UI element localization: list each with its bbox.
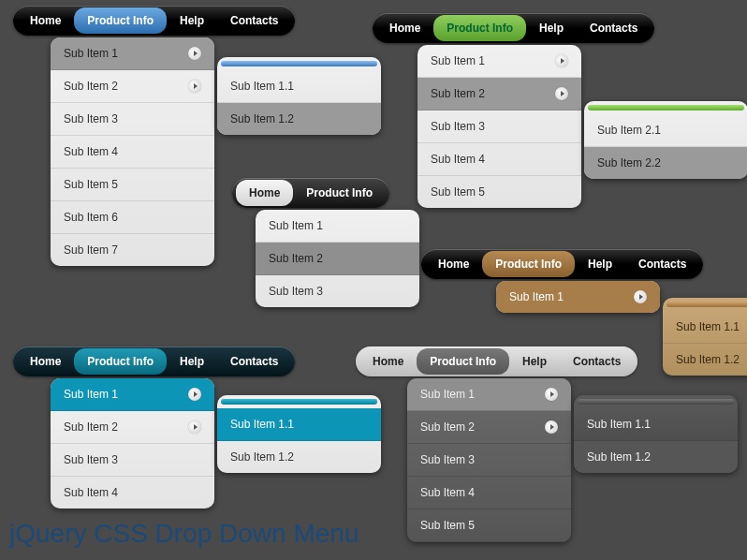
menubar-green: Home Product Info Help Contacts	[373, 13, 654, 43]
submenu-handle	[588, 105, 744, 111]
submenu-item[interactable]: Sub Item 1.2	[574, 441, 738, 473]
dropdown-item[interactable]: Sub Item 4	[51, 477, 214, 508]
dropdown-item[interactable]: Sub Item 5	[417, 176, 581, 208]
dropdown-item[interactable]: Sub Item 3	[51, 103, 214, 136]
nav-contacts[interactable]: Contacts	[625, 251, 699, 277]
submenu-item[interactable]: Sub Item 1.1	[217, 70, 381, 103]
nav-product-info[interactable]: Product Info	[74, 7, 167, 34]
nav-help[interactable]: Help	[167, 7, 217, 34]
dropdown-item[interactable]: Sub Item 1	[51, 37, 214, 70]
dropdown-item[interactable]: Sub Item 5	[51, 169, 214, 201]
dropdown-green: Sub Item 1 Sub Item 2 Sub Item 3 Sub Ite…	[417, 45, 581, 208]
nav-product-info[interactable]: Product Info	[293, 180, 386, 206]
nav-home[interactable]: Home	[425, 251, 482, 277]
dropdown-teal: Sub Item 1 Sub Item 2 Sub Item 3 Sub Ite…	[51, 378, 214, 508]
nav-contacts[interactable]: Contacts	[560, 348, 634, 375]
submenu-item[interactable]: Sub Item 1.2	[217, 441, 381, 473]
dropdown-item[interactable]: Sub Item 3	[407, 444, 571, 477]
nav-home[interactable]: Home	[376, 15, 433, 41]
menubar-teal: Home Product Info Help Contacts	[13, 346, 295, 376]
nav-help[interactable]: Help	[575, 251, 625, 277]
arrow-icon	[555, 54, 568, 67]
arrow-icon	[545, 388, 558, 401]
dropdown-item[interactable]: Sub Item 2	[417, 78, 581, 111]
nav-contacts[interactable]: Contacts	[577, 15, 651, 41]
submenu-blue: Sub Item 1.1 Sub Item 1.2	[217, 57, 381, 135]
dropdown-item[interactable]: Sub Item 5	[407, 509, 571, 542]
submenu-item[interactable]: Sub Item 1.1	[663, 311, 747, 344]
menubar-white: Home Product Info	[232, 178, 389, 208]
menubar-blue: Home Product Info Help Contacts	[13, 6, 295, 36]
dropdown-blue: Sub Item 1 Sub Item 2 Sub Item 3 Sub Ite…	[51, 37, 214, 266]
arrow-icon	[634, 290, 647, 303]
submenu-item[interactable]: Sub Item 1.1	[217, 408, 381, 441]
menubar-grey: Home Product Info Help Contacts	[356, 346, 637, 376]
dropdown-item[interactable]: Sub Item 7	[51, 234, 214, 266]
dropdown-item[interactable]: Sub Item 4	[417, 143, 581, 176]
nav-product-info[interactable]: Product Info	[433, 15, 526, 41]
menubar-brown: Home Product Info Help Contacts	[421, 249, 703, 279]
submenu-handle	[221, 399, 377, 405]
submenu-item[interactable]: Sub Item 1.2	[663, 344, 747, 376]
dropdown-item[interactable]: Sub Item 2	[51, 70, 214, 103]
footer-title: jQuery CSS Drop Down Menu	[9, 519, 359, 549]
dropdown-item[interactable]: Sub Item 1	[256, 210, 419, 243]
dropdown-grey: Sub Item 1 Sub Item 2 Sub Item 3 Sub Ite…	[407, 378, 571, 542]
submenu-item[interactable]: Sub Item 1.2	[217, 103, 381, 135]
submenu-green: Sub Item 2.1 Sub Item 2.2	[584, 101, 747, 179]
dropdown-item[interactable]: Sub Item 1	[51, 378, 214, 411]
nav-contacts[interactable]: Contacts	[217, 7, 291, 34]
dropdown-item[interactable]: Sub Item 1	[407, 378, 571, 411]
dropdown-item[interactable]: Sub Item 6	[51, 201, 214, 234]
nav-contacts[interactable]: Contacts	[217, 348, 291, 375]
nav-home[interactable]: Home	[17, 7, 74, 34]
nav-help[interactable]: Help	[526, 15, 577, 41]
submenu-teal: Sub Item 1.1 Sub Item 1.2	[217, 395, 381, 473]
submenu-item[interactable]: Sub Item 2.1	[584, 114, 747, 147]
arrow-icon	[188, 388, 201, 401]
dropdown-brown: Sub Item 1	[496, 281, 660, 313]
dropdown-item[interactable]: Sub Item 3	[51, 444, 214, 477]
dropdown-item[interactable]: Sub Item 4	[51, 136, 214, 169]
submenu-brown: Sub Item 1.1 Sub Item 1.2	[663, 298, 747, 376]
arrow-icon	[555, 87, 568, 100]
nav-product-info[interactable]: Product Info	[74, 348, 167, 375]
dropdown-item[interactable]: Sub Item 4	[407, 477, 571, 509]
submenu-handle	[221, 61, 377, 66]
submenu-handle	[666, 302, 747, 307]
dropdown-item[interactable]: Sub Item 2	[256, 243, 419, 275]
nav-help[interactable]: Help	[167, 348, 217, 375]
nav-home[interactable]: Home	[359, 348, 417, 375]
submenu-handle	[578, 399, 734, 405]
dropdown-item[interactable]: Sub Item 3	[256, 275, 419, 307]
dropdown-item[interactable]: Sub Item 2	[407, 411, 571, 444]
dropdown-item[interactable]: Sub Item 1	[417, 45, 581, 78]
dropdown-item[interactable]: Sub Item 2	[51, 411, 214, 444]
dropdown-item[interactable]: Sub Item 1	[496, 281, 660, 313]
nav-home[interactable]: Home	[17, 348, 74, 375]
nav-product-info[interactable]: Product Info	[482, 251, 575, 277]
arrow-icon	[188, 420, 201, 434]
submenu-grey: Sub Item 1.1 Sub Item 1.2	[574, 395, 738, 473]
arrow-icon	[545, 420, 558, 434]
dropdown-item[interactable]: Sub Item 3	[417, 111, 581, 143]
submenu-item[interactable]: Sub Item 2.2	[584, 147, 747, 179]
nav-home[interactable]: Home	[236, 180, 293, 206]
arrow-icon	[188, 80, 201, 93]
dropdown-white: Sub Item 1 Sub Item 2 Sub Item 3	[256, 210, 419, 307]
submenu-item[interactable]: Sub Item 1.1	[574, 408, 738, 441]
nav-product-info[interactable]: Product Info	[417, 348, 509, 375]
nav-help[interactable]: Help	[509, 348, 560, 375]
arrow-icon	[188, 47, 201, 60]
